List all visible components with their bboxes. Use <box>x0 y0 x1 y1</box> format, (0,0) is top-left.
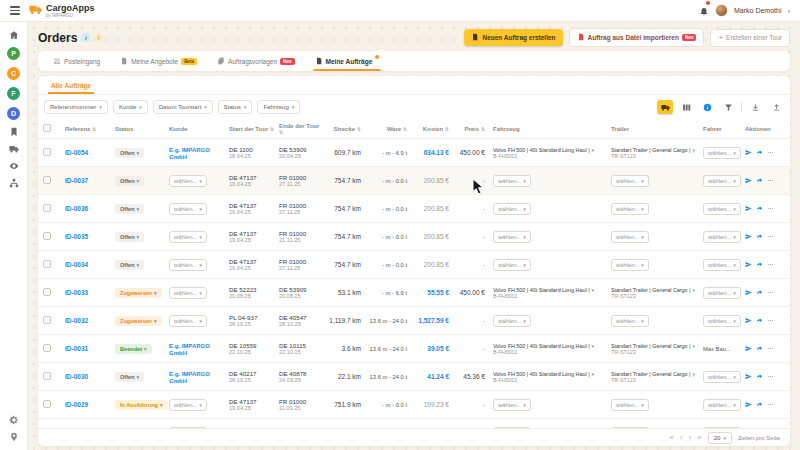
send-icon[interactable] <box>745 345 752 352</box>
row-checkbox[interactable] <box>43 400 51 408</box>
home-icon[interactable] <box>9 30 19 40</box>
row-checkbox[interactable] <box>43 176 51 184</box>
prev-page-button[interactable]: ‹ <box>680 434 683 442</box>
select-all-checkbox[interactable] <box>43 124 51 132</box>
orders-info-icon[interactable]: i <box>81 33 90 42</box>
tab-meine-auftraege[interactable]: Meine Aufträge <box>306 51 389 71</box>
driver-select[interactable]: wählen... ▾ <box>703 231 741 243</box>
trailer-select[interactable]: wählen... ▾ <box>611 315 649 327</box>
user-menu-chevron-icon[interactable]: ▾ <box>787 8 790 14</box>
customer-link[interactable]: E.g. IMPARGO GmbH <box>169 147 210 160</box>
trailer-select[interactable]: wählen... ▾ <box>611 231 649 243</box>
row-checkbox[interactable] <box>43 148 51 156</box>
send-icon[interactable] <box>745 373 752 380</box>
share-icon[interactable] <box>756 261 763 268</box>
announcement-icon[interactable]: ! <box>94 33 103 42</box>
send-icon[interactable] <box>745 233 752 240</box>
tab-auftragsvorlagen[interactable]: AuftragsvorlagenNeu <box>208 51 304 71</box>
column-header-ware[interactable]: Ware ⇅ <box>369 126 415 132</box>
vehicle-select[interactable]: wählen... ▾ <box>493 231 531 243</box>
driver-select[interactable]: wählen... ▾ <box>703 315 741 327</box>
trailer-select[interactable]: wählen... ▾ <box>611 399 649 411</box>
status-select[interactable]: Beendet ▾ <box>115 344 152 354</box>
order-reference-link[interactable]: ID-0033 <box>65 289 88 296</box>
import-order-button[interactable]: Auftrag aus Datei importieren Neu <box>569 28 705 47</box>
menu-icon[interactable] <box>10 6 20 15</box>
vehicle-select[interactable]: wählen... ▾ <box>493 315 531 327</box>
send-icon[interactable] <box>745 401 752 408</box>
network-icon[interactable] <box>9 178 19 188</box>
order-reference-link[interactable]: ID-0030 <box>65 373 88 380</box>
send-icon[interactable] <box>745 177 752 184</box>
filter-button[interactable] <box>720 100 736 114</box>
driver-select[interactable]: wählen... ▾ <box>703 371 741 383</box>
driver-select[interactable]: wählen... ▾ <box>703 175 741 187</box>
filter-kunde[interactable]: Kunde ▾ <box>113 100 148 114</box>
share-icon[interactable] <box>756 289 763 296</box>
customer-link[interactable]: E.g. IMPARGO GmbH <box>169 343 210 356</box>
planning-module-icon[interactable]: P <box>7 47 20 60</box>
status-select[interactable]: Zugewiesen ▾ <box>115 288 162 298</box>
vehicle-select[interactable]: wählen... ▾ <box>493 259 531 271</box>
send-icon[interactable] <box>745 317 752 324</box>
driver-select[interactable]: wählen... ▾ <box>703 259 741 271</box>
truck-icon[interactable] <box>9 144 19 154</box>
create-tour-button[interactable]: + Erstellen einer Tour <box>710 29 790 47</box>
fleet-module-icon[interactable]: F <box>7 87 20 100</box>
app-logo[interactable]: CargoApps by IMPARGO <box>29 2 95 20</box>
vehicle-select[interactable]: wählen... ▾ <box>493 203 531 215</box>
first-page-button[interactable]: « <box>670 434 674 442</box>
customer-select[interactable]: wählen... ▾ <box>169 399 207 411</box>
customer-link[interactable]: E.g. IMPARGO GmbH <box>169 371 210 384</box>
location-icon[interactable] <box>9 432 19 442</box>
subtab-alle-auftraege[interactable]: Alle Aufträge <box>48 76 94 94</box>
settings-icon[interactable] <box>9 415 19 425</box>
driver-select[interactable]: wählen... ▾ <box>703 203 741 215</box>
status-select[interactable]: Offen ▾ <box>115 232 144 242</box>
driver-select[interactable]: wählen... ▾ <box>703 147 741 159</box>
more-options-icon[interactable] <box>767 261 774 268</box>
order-reference-link[interactable]: ID-0036 <box>65 205 88 212</box>
status-select[interactable]: Offen ▾ <box>115 148 144 158</box>
order-reference-link[interactable]: ID-0034 <box>65 261 88 268</box>
row-checkbox[interactable] <box>43 372 51 380</box>
send-icon[interactable] <box>745 205 752 212</box>
more-options-icon[interactable] <box>767 233 774 240</box>
customer-select[interactable]: wählen... ▾ <box>169 203 207 215</box>
send-icon[interactable] <box>745 261 752 268</box>
customer-select[interactable]: wählen... ▾ <box>169 315 207 327</box>
export-button[interactable] <box>768 100 784 114</box>
trailer-select[interactable]: wählen... ▾ <box>611 203 649 215</box>
column-header-start-der-tour[interactable]: Start der Tour ⇅ <box>229 126 279 132</box>
send-icon[interactable] <box>745 149 752 156</box>
tab-meine-angebote[interactable]: Meine AngeboteBeta <box>111 51 206 71</box>
filter-status[interactable]: Status ▾ <box>218 100 253 114</box>
vehicle-select[interactable]: wählen... ▾ <box>493 175 531 187</box>
customer-select[interactable]: wählen... ▾ <box>169 231 207 243</box>
status-select[interactable]: Zugewiesen ▾ <box>115 316 162 326</box>
dispatch-module-icon[interactable]: D <box>7 107 20 120</box>
order-reference-link[interactable]: ID-0032 <box>65 317 88 324</box>
tab-posteingang[interactable]: Posteingang <box>44 51 109 71</box>
customer-select[interactable]: wählen... ▾ <box>169 259 207 271</box>
more-options-icon[interactable] <box>767 373 774 380</box>
create-order-button[interactable]: Neuen Auftrag erstellen <box>464 29 562 46</box>
share-icon[interactable] <box>756 373 763 380</box>
row-checkbox[interactable] <box>43 344 51 352</box>
customer-select[interactable]: wählen... ▾ <box>169 175 207 187</box>
row-checkbox[interactable] <box>43 232 51 240</box>
row-checkbox[interactable] <box>43 204 51 212</box>
share-icon[interactable] <box>756 177 763 184</box>
status-select[interactable]: Offen ▾ <box>115 204 144 214</box>
status-select[interactable]: Offen ▾ <box>115 176 144 186</box>
more-options-icon[interactable] <box>767 149 774 156</box>
share-icon[interactable] <box>756 345 763 352</box>
order-reference-link[interactable]: ID-0037 <box>65 177 88 184</box>
more-options-icon[interactable] <box>767 177 774 184</box>
info-button[interactable] <box>699 100 715 114</box>
more-options-icon[interactable] <box>767 345 774 352</box>
filter-fahrzeug[interactable]: Fahrzeug ▾ <box>257 100 300 114</box>
driver-select[interactable]: wählen... ▾ <box>703 287 741 299</box>
page-size-select[interactable]: 20 ▾ <box>708 432 732 444</box>
filter-referenznummer[interactable]: Referenznummer ▾ <box>44 100 108 114</box>
